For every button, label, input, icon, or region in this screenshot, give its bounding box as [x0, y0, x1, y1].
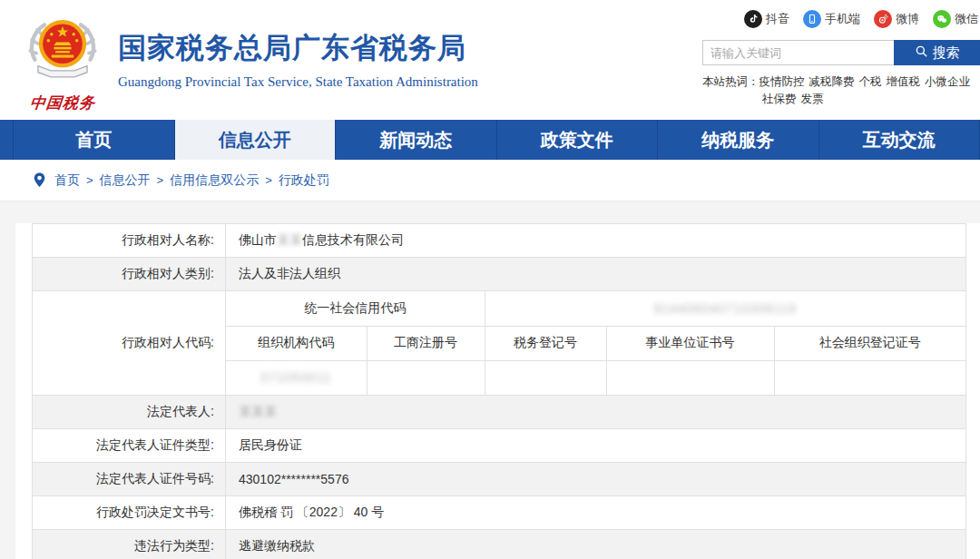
social-org-cert-value — [774, 360, 965, 395]
codes-cell: 统一社会信用代码 914406040710308119 组织机构代码 工商注册号… — [226, 291, 966, 396]
douyin-link[interactable]: 抖音 — [744, 10, 789, 28]
codes-table: 统一社会信用代码 914406040710308119 组织机构代码 工商注册号… — [226, 291, 965, 395]
table-row: 071050011 — [226, 360, 965, 395]
row-label: 违法行为类型: — [33, 530, 226, 559]
wechat-link[interactable]: 微信 — [933, 10, 978, 28]
row-label: 法定代表人证件类型: — [33, 429, 226, 463]
tax-emblem-icon — [19, 78, 106, 93]
table-row: 行政相对人代码: 统一社会信用代码 914406040710308119 组织机… — [33, 291, 966, 396]
hotword-link[interactable]: 疫情防控 — [760, 74, 805, 91]
legal-rep-value: 某某某 — [226, 396, 966, 429]
org-code-redacted: 071050011 — [260, 370, 331, 385]
name-prefix: 佛山市 — [239, 232, 277, 247]
breadcrumb-separator: > — [265, 173, 272, 187]
search-input[interactable] — [702, 40, 894, 65]
legal-rep-redacted: 某某某 — [239, 404, 277, 418]
table-row: 法定代表人: 某某某 — [33, 396, 966, 429]
mobile-label: 手机端 — [825, 11, 860, 27]
breadcrumb: 首页 > 信息公开 > 信用信息双公示 > 行政处罚 — [0, 160, 980, 201]
id-number-value: 430102********5576 — [226, 463, 966, 496]
hotword-link[interactable]: 个税 — [859, 74, 882, 91]
institution-cert-header: 事业单位证书号 — [606, 326, 774, 360]
penalty-table: 行政相对人名称: 佛山市某某信息技术有限公司 行政相对人类别: 法人及非法人组织… — [32, 223, 966, 559]
social-links: 抖音 手机端 微博 微信 — [702, 7, 980, 31]
douyin-icon — [744, 10, 762, 28]
table-row: 统一社会信用代码 914406040710308119 — [226, 291, 965, 326]
nav-tab-home[interactable]: 首页 — [13, 120, 174, 160]
unified-code-redacted: 914406040710308119 — [654, 301, 797, 316]
table-row: 法定代表人证件号码: 430102********5576 — [33, 463, 966, 496]
site-title: 国家税务总局广东省税务局 — [118, 29, 478, 67]
site-header: 中国税务 国家税务总局广东省税务局 Guangdong Provincial T… — [0, 0, 980, 120]
table-row: 行政处罚决定文书号: 佛税稽 罚 〔2022〕 40 号 — [33, 496, 966, 530]
breadcrumb-separator: > — [157, 173, 164, 187]
business-reg-header: 工商注册号 — [367, 326, 485, 360]
douyin-label: 抖音 — [766, 11, 789, 27]
org-code-header: 组织机构代码 — [226, 326, 367, 360]
site-subtitle: Guangdong Provincial Tax Service, State … — [118, 74, 478, 90]
row-label: 行政相对人类别: — [33, 258, 226, 291]
main-nav: 首页 信息公开 新闻动态 政策文件 纳税服务 互动交流 — [0, 120, 980, 160]
wechat-label: 微信 — [955, 11, 978, 27]
row-label: 行政处罚决定文书号: — [33, 496, 226, 530]
unified-code-value: 914406040710308119 — [485, 291, 965, 326]
breadcrumb-separator: > — [86, 173, 93, 187]
row-label: 行政相对人名称: — [33, 224, 226, 258]
search-button-label: 搜索 — [933, 44, 960, 62]
nav-tab-policy[interactable]: 政策文件 — [496, 120, 658, 160]
search-icon — [915, 44, 928, 61]
violation-type-value: 逃避缴纳税款 — [226, 530, 966, 559]
unified-code-header: 统一社会信用代码 — [226, 291, 485, 326]
table-row: 行政相对人名称: 佛山市某某信息技术有限公司 — [33, 224, 966, 258]
weibo-icon — [874, 10, 892, 28]
doc-number-value: 佛税稽 罚 〔2022〕 40 号 — [226, 496, 966, 530]
site-logo[interactable]: 中国税务 — [16, 13, 109, 113]
breadcrumb-admin-penalty: 行政处罚 — [279, 172, 329, 189]
search-bar: 搜索 — [702, 40, 980, 65]
id-type-value: 居民身份证 — [226, 429, 966, 463]
content-area: 行政相对人名称: 佛山市某某信息技术有限公司 行政相对人类别: 法人及非法人组织… — [0, 201, 980, 559]
hotwords: 本站热词： 疫情防控 减税降费 个税 增值税 小微企业 社保费 发票 — [702, 74, 980, 109]
hotword-link[interactable]: 减税降费 — [809, 74, 855, 91]
hotword-link[interactable]: 小微企业 — [925, 74, 970, 91]
tax-reg-header: 税务登记号 — [485, 326, 606, 360]
wechat-icon — [933, 10, 951, 28]
hotword-link[interactable]: 发票 — [801, 91, 824, 108]
nav-tab-tax-service[interactable]: 纳税服务 — [657, 120, 818, 160]
counterpart-category-value: 法人及非法人组织 — [226, 258, 966, 291]
row-label: 行政相对人代码: — [33, 291, 226, 396]
institution-cert-value — [606, 360, 774, 395]
table-row: 行政相对人类别: 法人及非法人组织 — [33, 258, 966, 291]
org-code-value: 071050011 — [226, 360, 367, 395]
business-reg-value — [367, 360, 485, 395]
table-row: 法定代表人证件类型: 居民身份证 — [33, 429, 966, 463]
weibo-label: 微博 — [896, 11, 919, 27]
nav-tab-interaction[interactable]: 互动交流 — [818, 120, 980, 160]
breadcrumb-home[interactable]: 首页 — [54, 172, 80, 189]
search-button[interactable]: 搜索 — [894, 40, 980, 65]
nav-tab-news[interactable]: 新闻动态 — [335, 120, 496, 160]
row-label: 法定代表人: — [33, 396, 226, 429]
counterpart-name-value: 佛山市某某信息技术有限公司 — [226, 224, 966, 258]
social-org-cert-header: 社会组织登记证号 — [774, 326, 965, 360]
mobile-link[interactable]: 手机端 — [803, 10, 860, 28]
name-redacted: 某某 — [277, 232, 302, 247]
row-label: 法定代表人证件号码: — [33, 463, 226, 496]
mobile-icon — [803, 10, 821, 28]
weibo-link[interactable]: 微博 — [874, 10, 919, 28]
hotwords-label: 本站热词： — [702, 74, 760, 91]
table-row: 组织机构代码 工商注册号 税务登记号 事业单位证书号 社会组织登记证号 — [226, 326, 965, 360]
logo-caption: 中国税务 — [15, 93, 110, 113]
hotword-link[interactable]: 增值税 — [887, 74, 921, 91]
table-row: 违法行为类型: 逃避缴纳税款 — [33, 530, 966, 559]
nav-tab-info-disclosure[interactable]: 信息公开 — [174, 120, 336, 160]
name-suffix: 信息技术有限公司 — [302, 232, 404, 247]
breadcrumb-credit-publicity[interactable]: 信用信息双公示 — [170, 172, 259, 189]
hotword-link[interactable]: 社保费 — [762, 91, 797, 108]
tax-reg-value — [485, 360, 606, 395]
location-pin-icon — [32, 171, 47, 191]
penalty-card: 行政相对人名称: 佛山市某某信息技术有限公司 行政相对人类别: 法人及非法人组织… — [15, 223, 980, 559]
breadcrumb-info-disclosure[interactable]: 信息公开 — [100, 172, 151, 189]
